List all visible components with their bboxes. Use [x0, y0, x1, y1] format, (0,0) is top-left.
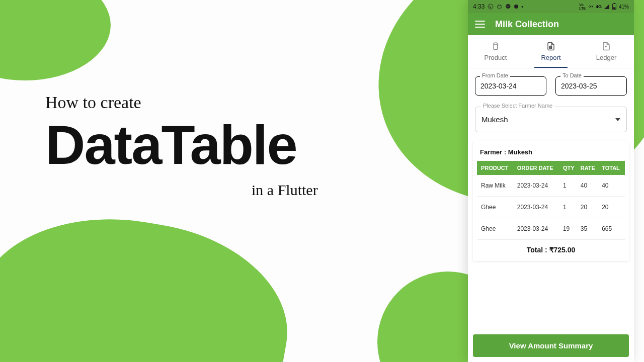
- lte-icon: VoLTE: [579, 3, 586, 10]
- col-orderdate: ORDER DATE: [515, 161, 561, 175]
- status-right: VoLTE 4G 41%: [579, 3, 629, 10]
- from-date-label: From Date: [480, 72, 510, 78]
- network-indicator: 4G: [596, 4, 602, 9]
- col-rate: RATE: [579, 161, 600, 175]
- tab-product[interactable]: Product: [468, 35, 523, 68]
- svg-rect-1: [498, 5, 501, 8]
- date-row: From Date 2023-03-24 To Date 2023-03-25: [475, 76, 627, 96]
- tab-label: Report: [541, 54, 560, 61]
- cell-product: Ghee: [477, 218, 515, 240]
- cell-product: Raw Milk: [477, 175, 515, 197]
- cell-rate: 20: [579, 197, 600, 218]
- messenger-icon: [505, 4, 511, 10]
- col-total: TOTAL: [600, 161, 625, 175]
- cell-date: 2023-03-24: [515, 175, 561, 197]
- farmer-label: Please Select Farmer Name: [481, 103, 554, 109]
- farmer-select-wrap[interactable]: Please Select Farmer Name Mukesh: [475, 107, 627, 132]
- farmer-heading: Farmer : Mukesh: [477, 147, 625, 161]
- farmer-select: Mukesh: [475, 107, 627, 132]
- table-row: Ghee 2023-03-24 19 35 665: [477, 218, 625, 240]
- data-table: PRODUCT ORDER DATE QTY RATE TOTAL Raw Mi…: [477, 161, 625, 240]
- app-bar: Milk Collection: [468, 13, 634, 35]
- whatsapp-icon: [488, 4, 494, 10]
- svg-rect-9: [494, 43, 498, 50]
- product-icon: [491, 42, 500, 51]
- col-qty: QTY: [561, 161, 579, 175]
- to-date-field[interactable]: To Date 2023-03-25: [555, 76, 627, 96]
- battery-icon: [612, 3, 617, 10]
- svg-rect-8: [613, 7, 616, 9]
- svg-point-0: [488, 4, 493, 9]
- status-left: 4:33 •: [473, 3, 523, 10]
- title-block: How to create DataTable in a Flutter: [45, 93, 318, 199]
- signal-icon: [604, 4, 610, 10]
- table-header-row: PRODUCT ORDER DATE QTY RATE TOTAL: [477, 161, 625, 175]
- phone-mockup: 4:33 • VoLTE 4G 41%: [468, 0, 634, 362]
- form-area: From Date 2023-03-24 To Date 2023-03-25 …: [468, 68, 634, 137]
- svg-rect-11: [549, 47, 550, 49]
- hotspot-icon: [588, 4, 594, 10]
- table-row: Raw Milk 2023-03-24 1 40 40: [477, 175, 625, 197]
- cell-date: 2023-03-24: [515, 218, 561, 240]
- result-card: Farmer : Mukesh PRODUCT ORDER DATE QTY R…: [473, 141, 629, 261]
- svg-point-5: [590, 6, 591, 7]
- total-label: Total : ₹725.00: [477, 240, 625, 254]
- svg-rect-12: [551, 46, 552, 48]
- tab-label: Product: [485, 54, 507, 61]
- tabs: Product Report Ledger: [468, 35, 634, 68]
- status-bar: 4:33 • VoLTE 4G 41%: [468, 0, 634, 13]
- svg-rect-7: [614, 3, 615, 4]
- more-dot: •: [521, 4, 523, 10]
- tab-ledger[interactable]: Ledger: [579, 35, 634, 68]
- chevron-down-icon: [615, 118, 620, 121]
- bottom-button-wrap: View Amount Summary: [468, 329, 634, 362]
- cell-rate: 40: [579, 175, 600, 197]
- cell-product: Ghee: [477, 197, 515, 218]
- title-main: DataTable: [45, 117, 318, 172]
- tab-report[interactable]: Report: [523, 35, 579, 68]
- report-icon: [546, 42, 555, 51]
- status-time: 4:33: [473, 3, 485, 10]
- title-line1: How to create: [45, 93, 318, 112]
- battery-pct: 41%: [619, 4, 629, 10]
- cell-total: 20: [600, 197, 625, 218]
- from-date-value: 2023-03-24: [475, 76, 546, 96]
- cell-qty: 1: [561, 197, 579, 218]
- to-date-label: To Date: [560, 72, 584, 78]
- from-date-field[interactable]: From Date 2023-03-24: [475, 76, 546, 96]
- bg-blob: [0, 0, 111, 80]
- cell-qty: 19: [561, 218, 579, 240]
- to-date-value: 2023-03-25: [555, 76, 627, 96]
- farmer-value: Mukesh: [481, 115, 508, 124]
- menu-icon[interactable]: [475, 21, 485, 28]
- bg-blob: [0, 196, 303, 362]
- cell-total: 40: [600, 175, 625, 197]
- dot-icon: [514, 5, 518, 9]
- ledger-icon: [602, 42, 611, 51]
- notification-icon: [497, 4, 502, 10]
- cell-date: 2023-03-24: [515, 197, 561, 218]
- cell-rate: 35: [579, 218, 600, 240]
- cell-qty: 1: [561, 175, 579, 197]
- cell-total: 665: [600, 218, 625, 240]
- col-product: PRODUCT: [477, 161, 515, 175]
- tab-label: Ledger: [596, 54, 616, 61]
- app-title: Milk Collection: [495, 19, 559, 30]
- title-line3: in a Flutter: [252, 182, 318, 199]
- view-summary-button[interactable]: View Amount Summary: [473, 334, 629, 357]
- table-row: Ghee 2023-03-24 1 20 20: [477, 197, 625, 218]
